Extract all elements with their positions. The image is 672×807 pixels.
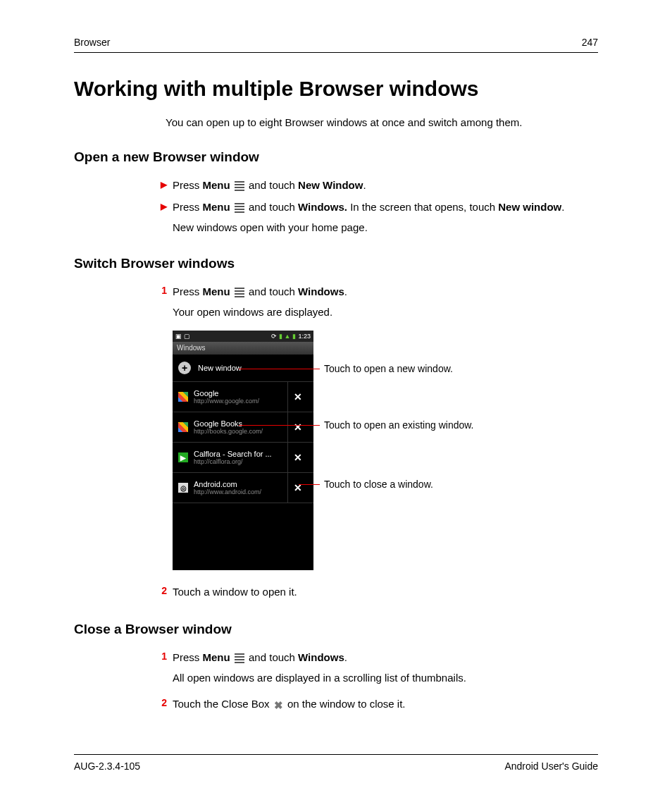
close-icon[interactable]: ✕ — [287, 473, 308, 503]
window-title: Calflora - Search for ... — [194, 450, 287, 458]
sync-icon: ⟳ — [271, 333, 277, 340]
window-row[interactable]: ◎ Android.com http://www.android.com/ ✕ — [173, 473, 313, 503]
battery-icon: ▮ — [292, 333, 296, 340]
callout-line — [299, 484, 320, 485]
window-url: http://www.android.com/ — [194, 488, 287, 495]
menu-icon — [235, 202, 244, 214]
menu-icon — [235, 652, 244, 665]
status-bar: ▣ ▢ ⟳ ▮ ▲ ▮ 1:23 — [173, 331, 313, 342]
screenshot-figure: ▣ ▢ ⟳ ▮ ▲ ▮ 1:23 Windows + New window — [173, 331, 567, 570]
menu-icon — [235, 286, 244, 299]
chapter-label: Browser — [74, 37, 110, 48]
section-close: Close a Browser window 1 Press Menu and … — [74, 622, 598, 713]
section-open: Open a new Browser window Press Menu and… — [74, 149, 598, 233]
callout-close-window: Touch to close a window. — [324, 479, 433, 490]
step-number: 2 — [151, 696, 173, 710]
phone-titlebar: Windows — [173, 342, 313, 355]
close-step-1-note: All open windows are displayed in a scro… — [173, 672, 598, 684]
favicon-icon: ◎ — [178, 483, 188, 493]
favicon-icon: ▶ — [178, 452, 188, 462]
page-number: 247 — [582, 37, 598, 48]
window-row[interactable]: Google Books http://books.google.com/ ✕ — [173, 412, 313, 443]
switch-step-2: 2 Touch a window to open it. — [151, 584, 598, 599]
window-url: http://calflora.org/ — [194, 458, 287, 465]
window-url: http://books.google.com/ — [194, 428, 287, 435]
signal-icon: ▮ — [279, 333, 282, 340]
section-switch: Switch Browser windows 1 Press Menu and … — [74, 256, 598, 599]
plus-icon: + — [178, 362, 191, 374]
open-bullet-2: Press Menu and touch Windows. In the scr… — [151, 199, 598, 214]
open-bullet-1: Press Menu and touch New Window. — [151, 178, 598, 192]
switch-step-1: 1 Press Menu and touch Windows. — [151, 284, 598, 299]
notification-icon: ▣ — [175, 333, 182, 340]
page-title: Working with multiple Browser windows — [74, 77, 598, 101]
doc-id: AUG-2.3.4-105 — [74, 760, 140, 772]
callout-new-window: Touch to open a new window. — [324, 363, 453, 374]
close-step-1: 1 Press Menu and touch Windows. — [151, 650, 598, 665]
callout-existing-window: Touch to open an existing window. — [324, 419, 473, 431]
new-window-label: New window — [198, 364, 242, 372]
page-footer: AUG-2.3.4-105 Android User's Guide — [74, 754, 598, 772]
phone-mock: ▣ ▢ ⟳ ▮ ▲ ▮ 1:23 Windows + New window — [173, 331, 313, 570]
window-row[interactable]: ▶ Calflora - Search for ... http://calfl… — [173, 443, 313, 473]
window-url: http://www.google.com/ — [194, 398, 287, 405]
step-number: 2 — [151, 584, 173, 598]
triangle-bullet-icon — [151, 178, 173, 192]
notification-icon: ▢ — [184, 333, 190, 340]
close-icon[interactable]: ✕ — [287, 443, 308, 472]
window-title: Google — [194, 389, 287, 398]
callout-line — [239, 425, 320, 426]
section-heading-open: Open a new Browser window — [74, 149, 598, 165]
favicon-icon — [178, 392, 188, 402]
close-icon[interactable]: ✕ — [287, 412, 308, 442]
callout-line — [239, 369, 320, 369]
status-time: 1:23 — [298, 333, 311, 340]
section-heading-switch: Switch Browser windows — [74, 256, 598, 271]
close-box-icon: ✖ — [274, 698, 283, 713]
section-heading-close: Close a Browser window — [74, 622, 598, 637]
open-note: New windows open with your home page. — [173, 221, 598, 233]
step-number: 1 — [151, 284, 173, 298]
menu-icon — [235, 180, 244, 192]
step-number: 1 — [151, 650, 173, 664]
triangle-bullet-icon — [151, 199, 173, 214]
switch-step-1-note: Your open windows are displayed. — [173, 306, 598, 318]
window-title: Google Books — [194, 419, 287, 428]
favicon-icon — [178, 422, 188, 432]
intro-text: You can open up to eight Browser windows… — [166, 116, 598, 128]
signal-icon: ▲ — [285, 333, 291, 340]
window-title: Android.com — [194, 480, 287, 488]
window-row[interactable]: Google http://www.google.com/ ✕ — [173, 382, 313, 412]
close-icon[interactable]: ✕ — [287, 382, 308, 412]
close-step-2: 2 Touch the Close Box ✖ on the window to… — [151, 696, 598, 713]
doc-title: Android User's Guide — [504, 760, 598, 772]
page-header: Browser 247 — [74, 37, 598, 53]
